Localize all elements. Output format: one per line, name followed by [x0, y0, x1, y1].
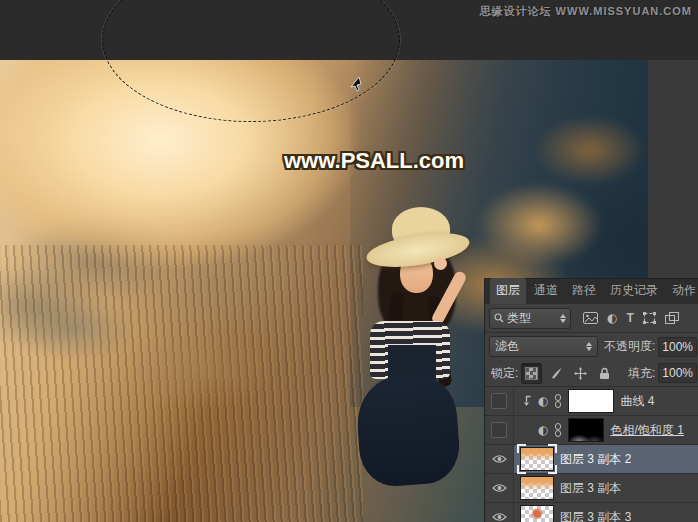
panel-tab-bar: 图层 通道 路径 历史记录 动作 — [485, 279, 698, 304]
opacity-input[interactable]: 100% — [658, 337, 697, 357]
tab-paths[interactable]: 路径 — [566, 278, 602, 304]
adjustment-layer-icon: ◐ — [538, 395, 548, 407]
layer-name: 曲线 4 — [620, 393, 654, 410]
blend-mode-select[interactable]: 滤色 — [489, 336, 598, 357]
layer-mask-thumbnail[interactable] — [568, 418, 604, 442]
filter-kind-label: 类型 — [507, 310, 531, 327]
layer-row-curves4[interactable]: ◐ 曲线 4 — [485, 387, 698, 416]
mask-link-icon — [554, 394, 562, 408]
forum-watermark-text: 思缘设计论坛 WWW.MISSYUAN.COM — [480, 4, 692, 19]
tab-layers[interactable]: 图层 — [490, 278, 526, 304]
visibility-toggle[interactable] — [485, 503, 514, 522]
fill-input[interactable]: 100% — [658, 363, 697, 383]
lock-all-button[interactable] — [595, 364, 614, 383]
fill-label: 填充: — [628, 365, 655, 382]
top-bar: 思缘设计论坛 WWW.MISSYUAN.COM — [0, 0, 698, 60]
layer-list: ◐ 曲线 4 ◐ — [485, 387, 698, 522]
layer-thumbnail-selected[interactable] — [520, 447, 554, 471]
filter-type-buttons: ◐ T — [583, 312, 679, 324]
eye-icon — [492, 483, 507, 493]
layer-name: 图层 3 副本 2 — [560, 451, 631, 468]
visibility-toggle[interactable] — [485, 474, 514, 502]
tab-history[interactable]: 历史记录 — [604, 278, 664, 304]
layer-filter-row: 类型 ◐ T — [485, 304, 698, 333]
move-icon — [574, 367, 587, 380]
opacity-value: 100% — [662, 340, 693, 354]
smart-object-filter-icon[interactable] — [665, 312, 679, 324]
layer-thumbnail[interactable] — [520, 476, 554, 500]
layers-panel: 图层 通道 路径 历史记录 动作 类型 ◐ — [484, 278, 698, 522]
tab-actions[interactable]: 动作 — [666, 278, 698, 304]
layer-row-layer3-copy2[interactable]: 图层 3 副本 2 — [485, 445, 698, 474]
clipping-mask-arrow-icon — [522, 395, 532, 407]
tab-channels[interactable]: 通道 — [528, 278, 564, 304]
girl-overalls-skirt — [354, 372, 461, 489]
checkerboard-icon — [525, 367, 538, 380]
blend-opacity-row: 滤色 不透明度: 100% — [485, 333, 698, 360]
eye-icon — [492, 512, 507, 522]
photoshop-window: 思缘设计论坛 WWW.MISSYUAN.COM www.PSALL.com — [0, 0, 698, 522]
layer-mask-thumbnail[interactable] — [568, 389, 614, 413]
lock-image-pixels-button[interactable] — [547, 364, 566, 383]
mouse-cursor-icon — [348, 76, 362, 92]
layer-name: 图层 3 副本 — [560, 480, 621, 497]
lock-icon — [599, 367, 610, 380]
layer-name: 色相/饱和度 1 — [610, 422, 683, 439]
girl-hand — [434, 257, 447, 270]
lock-position-button[interactable] — [571, 364, 590, 383]
visibility-toggle[interactable] — [485, 445, 514, 473]
eye-icon — [492, 454, 507, 464]
blend-mode-value: 滤色 — [495, 338, 519, 355]
grass-texture-left — [0, 245, 363, 522]
girl-subject — [330, 155, 500, 485]
layer-row-layer3-copy[interactable]: 图层 3 副本 — [485, 474, 698, 503]
visibility-toggle[interactable] — [485, 416, 514, 444]
search-icon — [494, 313, 504, 323]
lock-buttons — [521, 363, 614, 384]
pixel-filter-icon[interactable] — [583, 312, 598, 324]
canvas-watermark-text: www.PSALL.com — [284, 148, 464, 174]
layer-row-hue-saturation1[interactable]: ◐ 色相/饱和度 1 — [485, 416, 698, 445]
visibility-checkbox-empty — [491, 422, 507, 438]
opacity-label: 不透明度: — [604, 338, 655, 355]
layer-thumbnail[interactable] — [520, 505, 554, 522]
visibility-toggle[interactable] — [485, 387, 514, 415]
chevron-updown-icon — [586, 342, 592, 351]
fill-value: 100% — [662, 366, 693, 380]
lock-fill-row: 锁定: — [485, 360, 698, 387]
filter-kind-select[interactable]: 类型 — [489, 308, 571, 329]
type-filter-icon[interactable]: T — [626, 312, 633, 324]
visibility-checkbox-empty — [491, 393, 507, 409]
adjustment-layer-icon: ◐ — [538, 424, 548, 436]
layer-row-layer3-copy3[interactable]: 图层 3 副本 3 — [485, 503, 698, 522]
lock-transparent-pixels-button[interactable] — [521, 363, 542, 384]
brush-icon — [550, 367, 563, 380]
shape-filter-icon[interactable] — [643, 312, 656, 324]
layer-name: 图层 3 副本 3 — [560, 509, 631, 522]
adjustment-filter-icon[interactable]: ◐ — [607, 312, 617, 324]
chevron-updown-icon — [560, 314, 566, 323]
lock-label: 锁定: — [491, 365, 518, 382]
mask-link-icon — [554, 423, 562, 437]
